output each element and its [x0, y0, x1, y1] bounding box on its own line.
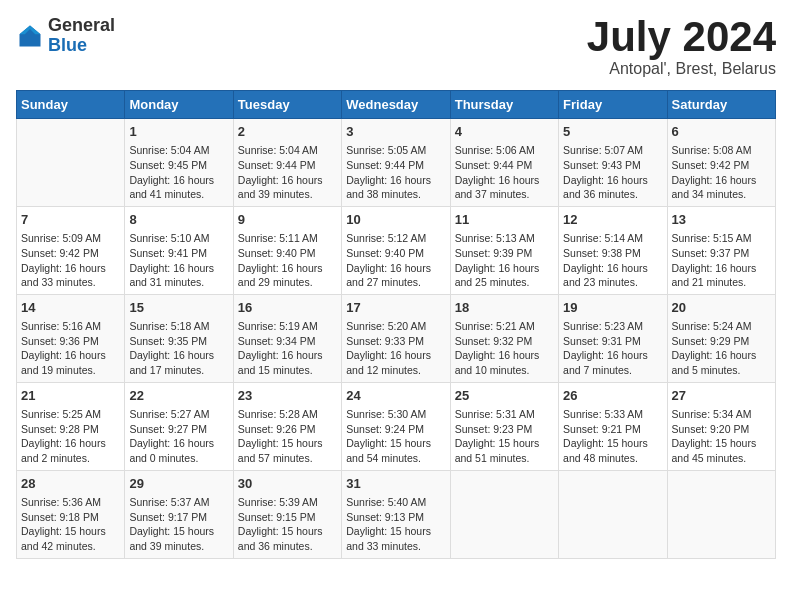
- day-info: Sunrise: 5:06 AMSunset: 9:44 PMDaylight:…: [455, 143, 554, 202]
- day-cell: 13Sunrise: 5:15 AMSunset: 9:37 PMDayligh…: [667, 206, 775, 294]
- day-cell: 28Sunrise: 5:36 AMSunset: 9:18 PMDayligh…: [17, 470, 125, 558]
- day-info: Sunrise: 5:30 AMSunset: 9:24 PMDaylight:…: [346, 407, 445, 466]
- day-cell: [559, 470, 667, 558]
- day-cell: 20Sunrise: 5:24 AMSunset: 9:29 PMDayligh…: [667, 294, 775, 382]
- day-info: Sunrise: 5:33 AMSunset: 9:21 PMDaylight:…: [563, 407, 662, 466]
- header-tuesday: Tuesday: [233, 91, 341, 119]
- header-sunday: Sunday: [17, 91, 125, 119]
- day-number: 21: [21, 387, 120, 405]
- day-number: 28: [21, 475, 120, 493]
- day-cell: 17Sunrise: 5:20 AMSunset: 9:33 PMDayligh…: [342, 294, 450, 382]
- day-info: Sunrise: 5:21 AMSunset: 9:32 PMDaylight:…: [455, 319, 554, 378]
- day-cell: 18Sunrise: 5:21 AMSunset: 9:32 PMDayligh…: [450, 294, 558, 382]
- day-number: 25: [455, 387, 554, 405]
- header-monday: Monday: [125, 91, 233, 119]
- day-info: Sunrise: 5:04 AMSunset: 9:45 PMDaylight:…: [129, 143, 228, 202]
- day-number: 31: [346, 475, 445, 493]
- day-number: 27: [672, 387, 771, 405]
- day-info: Sunrise: 5:31 AMSunset: 9:23 PMDaylight:…: [455, 407, 554, 466]
- day-number: 2: [238, 123, 337, 141]
- day-cell: 2Sunrise: 5:04 AMSunset: 9:44 PMDaylight…: [233, 119, 341, 207]
- day-cell: 21Sunrise: 5:25 AMSunset: 9:28 PMDayligh…: [17, 382, 125, 470]
- day-number: 4: [455, 123, 554, 141]
- day-info: Sunrise: 5:10 AMSunset: 9:41 PMDaylight:…: [129, 231, 228, 290]
- day-info: Sunrise: 5:14 AMSunset: 9:38 PMDaylight:…: [563, 231, 662, 290]
- header-thursday: Thursday: [450, 91, 558, 119]
- calendar-header-row: SundayMondayTuesdayWednesdayThursdayFrid…: [17, 91, 776, 119]
- day-number: 23: [238, 387, 337, 405]
- day-number: 12: [563, 211, 662, 229]
- day-number: 10: [346, 211, 445, 229]
- page-header: General Blue July 2024 Antopal', Brest, …: [16, 16, 776, 78]
- day-cell: 26Sunrise: 5:33 AMSunset: 9:21 PMDayligh…: [559, 382, 667, 470]
- day-cell: 5Sunrise: 5:07 AMSunset: 9:43 PMDaylight…: [559, 119, 667, 207]
- day-number: 29: [129, 475, 228, 493]
- location: Antopal', Brest, Belarus: [587, 60, 776, 78]
- week-row-2: 14Sunrise: 5:16 AMSunset: 9:36 PMDayligh…: [17, 294, 776, 382]
- day-number: 16: [238, 299, 337, 317]
- day-info: Sunrise: 5:13 AMSunset: 9:39 PMDaylight:…: [455, 231, 554, 290]
- day-info: Sunrise: 5:23 AMSunset: 9:31 PMDaylight:…: [563, 319, 662, 378]
- day-info: Sunrise: 5:34 AMSunset: 9:20 PMDaylight:…: [672, 407, 771, 466]
- day-cell: 30Sunrise: 5:39 AMSunset: 9:15 PMDayligh…: [233, 470, 341, 558]
- day-cell: [667, 470, 775, 558]
- day-cell: 23Sunrise: 5:28 AMSunset: 9:26 PMDayligh…: [233, 382, 341, 470]
- day-cell: 31Sunrise: 5:40 AMSunset: 9:13 PMDayligh…: [342, 470, 450, 558]
- day-info: Sunrise: 5:11 AMSunset: 9:40 PMDaylight:…: [238, 231, 337, 290]
- day-number: 24: [346, 387, 445, 405]
- day-cell: 12Sunrise: 5:14 AMSunset: 9:38 PMDayligh…: [559, 206, 667, 294]
- day-number: 30: [238, 475, 337, 493]
- day-cell: 1Sunrise: 5:04 AMSunset: 9:45 PMDaylight…: [125, 119, 233, 207]
- day-number: 9: [238, 211, 337, 229]
- day-number: 18: [455, 299, 554, 317]
- week-row-3: 21Sunrise: 5:25 AMSunset: 9:28 PMDayligh…: [17, 382, 776, 470]
- day-number: 3: [346, 123, 445, 141]
- month-title: July 2024: [587, 16, 776, 58]
- week-row-0: 1Sunrise: 5:04 AMSunset: 9:45 PMDaylight…: [17, 119, 776, 207]
- day-number: 14: [21, 299, 120, 317]
- day-cell: 10Sunrise: 5:12 AMSunset: 9:40 PMDayligh…: [342, 206, 450, 294]
- day-cell: 22Sunrise: 5:27 AMSunset: 9:27 PMDayligh…: [125, 382, 233, 470]
- day-info: Sunrise: 5:40 AMSunset: 9:13 PMDaylight:…: [346, 495, 445, 554]
- day-number: 17: [346, 299, 445, 317]
- day-cell: 29Sunrise: 5:37 AMSunset: 9:17 PMDayligh…: [125, 470, 233, 558]
- day-cell: 6Sunrise: 5:08 AMSunset: 9:42 PMDaylight…: [667, 119, 775, 207]
- day-info: Sunrise: 5:20 AMSunset: 9:33 PMDaylight:…: [346, 319, 445, 378]
- day-info: Sunrise: 5:07 AMSunset: 9:43 PMDaylight:…: [563, 143, 662, 202]
- logo-general: General: [48, 16, 115, 36]
- day-cell: 4Sunrise: 5:06 AMSunset: 9:44 PMDaylight…: [450, 119, 558, 207]
- day-info: Sunrise: 5:09 AMSunset: 9:42 PMDaylight:…: [21, 231, 120, 290]
- day-cell: 24Sunrise: 5:30 AMSunset: 9:24 PMDayligh…: [342, 382, 450, 470]
- day-info: Sunrise: 5:16 AMSunset: 9:36 PMDaylight:…: [21, 319, 120, 378]
- header-saturday: Saturday: [667, 91, 775, 119]
- day-cell: 3Sunrise: 5:05 AMSunset: 9:44 PMDaylight…: [342, 119, 450, 207]
- logo-text: General Blue: [48, 16, 115, 56]
- week-row-4: 28Sunrise: 5:36 AMSunset: 9:18 PMDayligh…: [17, 470, 776, 558]
- day-info: Sunrise: 5:05 AMSunset: 9:44 PMDaylight:…: [346, 143, 445, 202]
- day-info: Sunrise: 5:36 AMSunset: 9:18 PMDaylight:…: [21, 495, 120, 554]
- logo: General Blue: [16, 16, 115, 56]
- day-cell: [450, 470, 558, 558]
- day-info: Sunrise: 5:19 AMSunset: 9:34 PMDaylight:…: [238, 319, 337, 378]
- logo-blue: Blue: [48, 36, 115, 56]
- day-number: 7: [21, 211, 120, 229]
- day-info: Sunrise: 5:04 AMSunset: 9:44 PMDaylight:…: [238, 143, 337, 202]
- day-info: Sunrise: 5:15 AMSunset: 9:37 PMDaylight:…: [672, 231, 771, 290]
- week-row-1: 7Sunrise: 5:09 AMSunset: 9:42 PMDaylight…: [17, 206, 776, 294]
- day-info: Sunrise: 5:25 AMSunset: 9:28 PMDaylight:…: [21, 407, 120, 466]
- calendar-table: SundayMondayTuesdayWednesdayThursdayFrid…: [16, 90, 776, 559]
- logo-icon: [16, 22, 44, 50]
- day-number: 26: [563, 387, 662, 405]
- day-info: Sunrise: 5:24 AMSunset: 9:29 PMDaylight:…: [672, 319, 771, 378]
- day-cell: 15Sunrise: 5:18 AMSunset: 9:35 PMDayligh…: [125, 294, 233, 382]
- day-info: Sunrise: 5:12 AMSunset: 9:40 PMDaylight:…: [346, 231, 445, 290]
- day-cell: 7Sunrise: 5:09 AMSunset: 9:42 PMDaylight…: [17, 206, 125, 294]
- day-info: Sunrise: 5:18 AMSunset: 9:35 PMDaylight:…: [129, 319, 228, 378]
- header-friday: Friday: [559, 91, 667, 119]
- header-wednesday: Wednesday: [342, 91, 450, 119]
- day-number: 6: [672, 123, 771, 141]
- day-info: Sunrise: 5:37 AMSunset: 9:17 PMDaylight:…: [129, 495, 228, 554]
- day-cell: 14Sunrise: 5:16 AMSunset: 9:36 PMDayligh…: [17, 294, 125, 382]
- day-number: 15: [129, 299, 228, 317]
- day-cell: [17, 119, 125, 207]
